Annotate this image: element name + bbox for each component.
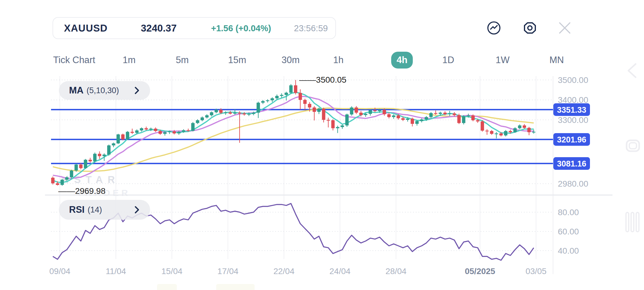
candle-body (159, 131, 162, 134)
candle-body (509, 131, 512, 132)
candle-body (490, 131, 493, 134)
candle-body (429, 113, 433, 117)
candle-body (210, 112, 213, 115)
candle-body (495, 133, 498, 134)
date-axis-label: 22/04 (274, 267, 295, 276)
candle-body (322, 109, 325, 120)
candle-body (168, 131, 171, 132)
candle-body (271, 98, 274, 100)
candle-body (387, 114, 391, 117)
ma-params: (5,10,30) (86, 86, 119, 95)
candle-body (205, 115, 209, 118)
candle-body (233, 113, 237, 114)
candle-body (415, 121, 419, 124)
candle-body (392, 115, 395, 117)
candle-body (261, 101, 265, 102)
candle-body (196, 120, 199, 123)
rsi-axis-label: 40.00 (558, 246, 579, 255)
candle-body (373, 110, 376, 111)
candle-body (313, 108, 316, 112)
candle-body (359, 113, 363, 115)
price-level-value: 3201.96 (557, 135, 586, 144)
candle-body (457, 115, 461, 123)
date-axis-label: 11/04 (106, 267, 126, 276)
candle-body (163, 132, 167, 134)
candle-body (345, 114, 349, 126)
candle-body (285, 93, 288, 95)
candle-body (224, 112, 227, 113)
rsi-indicator-button[interactable]: RSI (14) (59, 200, 150, 220)
candle-body (149, 129, 153, 130)
candle-body (485, 131, 489, 132)
candle-body (434, 113, 437, 114)
date-axis-label: 17/04 (217, 267, 238, 276)
ma5-line (53, 92, 534, 182)
candle-body (219, 110, 222, 113)
candle-body (532, 132, 535, 133)
chevron-right-icon (135, 206, 139, 214)
date-axis-label: 24/04 (329, 267, 350, 276)
price-chart-canvas[interactable]: 3500.003400.003300.002980.0080.0060.0040… (0, 0, 644, 290)
candle-body (518, 125, 521, 128)
candle-body (140, 128, 143, 130)
candle-body (257, 103, 260, 113)
candle-body (102, 154, 106, 156)
price-level-value: 3081.16 (557, 159, 586, 168)
candle-body (382, 110, 386, 114)
candle-body (294, 85, 297, 93)
chevron-right-icon (135, 87, 139, 94)
candle-body (252, 113, 255, 114)
rsi-axis-label: 60.00 (558, 227, 579, 236)
ma-indicator-button[interactable]: MA (5,10,30) (59, 81, 150, 100)
candle-body (425, 117, 428, 120)
candle-body (61, 180, 64, 185)
candle-body (238, 113, 241, 114)
candle-body (116, 134, 120, 143)
candle-body (327, 120, 330, 121)
candle-body (364, 114, 367, 115)
candle-body (247, 114, 251, 115)
candle-body (406, 119, 409, 120)
candle-body (369, 110, 372, 114)
candle-body (215, 110, 218, 112)
candle-body (186, 130, 190, 131)
candle-body (135, 130, 138, 133)
date-axis-label: 03/05 (525, 267, 546, 276)
candle-body (98, 154, 101, 156)
candle-body (74, 165, 78, 171)
candle-body (154, 129, 157, 131)
candle-body (56, 183, 59, 185)
candle-body (112, 143, 115, 145)
candle-body (350, 108, 353, 114)
candle-body (513, 128, 517, 132)
candle-body (453, 114, 456, 115)
candle-body (378, 110, 381, 111)
price-axis-label: 3500.00 (558, 75, 588, 85)
candle-body (121, 134, 125, 139)
candle-body (131, 132, 134, 133)
candle-body (462, 116, 465, 123)
price-axis-label: 3300.00 (558, 115, 588, 125)
candle-body (182, 130, 185, 132)
high-price-marker: ——3500.05 (299, 75, 346, 84)
candle-body (336, 127, 339, 128)
candle-body (173, 131, 176, 133)
candle-body (177, 132, 180, 133)
candle-body (126, 132, 129, 139)
candle-body (439, 113, 442, 114)
candle-body (523, 125, 526, 128)
candle-body (191, 123, 195, 131)
candle-body (504, 131, 507, 136)
candle-body (144, 128, 148, 130)
date-axis-label: 09/04 (49, 267, 70, 276)
candle-body (289, 85, 292, 93)
candle-body (528, 128, 531, 132)
candle-body (411, 119, 414, 124)
candle-body (308, 104, 311, 108)
rsi-label: RSI (69, 204, 85, 215)
ma-label: MA (69, 85, 83, 96)
candle-body (303, 100, 307, 104)
candle-body (355, 108, 358, 113)
price-level-value: 3351.33 (557, 105, 586, 114)
candle-body (201, 118, 204, 120)
